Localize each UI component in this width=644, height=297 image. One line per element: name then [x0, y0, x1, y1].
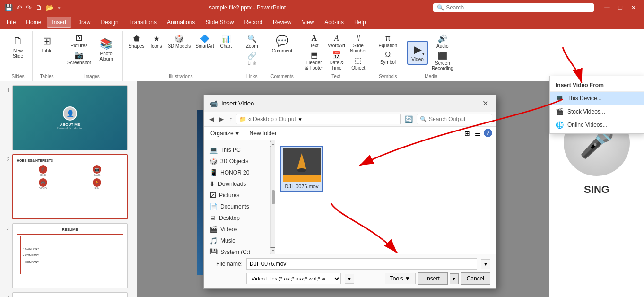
slide-4-preview[interactable]: EDUCATION • School information here [12, 292, 128, 297]
menu-animations[interactable]: Animations [162, 17, 200, 27]
new-quick-btn[interactable]: 🗋 [35, 3, 43, 12]
symbol-btn[interactable]: Ω Symbol [377, 50, 399, 66]
view-list-btn[interactable]: ☰ [473, 129, 483, 138]
menu-transitions[interactable]: Transitions [124, 17, 161, 27]
3dmodels-label: 3D Models [168, 44, 191, 49]
link-btn[interactable]: 🔗 Link [243, 50, 261, 67]
addr-back-btn[interactable]: ◀ [208, 115, 216, 123]
equation-btn[interactable]: π Equation [377, 33, 399, 49]
search-bar[interactable]: 🔍 [433, 3, 594, 12]
slide-3-preview[interactable]: RESUME • COMPANY • COMPANY • COMPANY [12, 223, 128, 288]
file-dji-0076[interactable]: DJI_0076.mov [280, 146, 323, 192]
filetype-dropdown[interactable]: Video Files (*.asf;*.asx;*.wpl;*.w [246, 273, 341, 284]
3dmodels-icon: 🎲 [174, 34, 184, 43]
sidebar-music[interactable]: 🎵 Music [204, 235, 270, 246]
addr-refresh-btn[interactable]: 🔄 [403, 114, 415, 124]
menu-review[interactable]: Review [268, 17, 296, 27]
pictures-btn[interactable]: 🖼 Pictures [65, 33, 93, 49]
slide-number-btn[interactable]: # SlideNumber [348, 33, 369, 54]
comment-btn[interactable]: 💬 Comment [269, 33, 295, 55]
chart-btn[interactable]: 📊 Chart [217, 33, 235, 50]
addr-path-dropdown-btn[interactable]: ▼ [298, 117, 303, 122]
menu-help[interactable]: Help [349, 17, 371, 27]
menu-insert[interactable]: Insert [47, 17, 71, 28]
menu-design[interactable]: Design [96, 17, 123, 27]
slide-4-thumb[interactable]: 4 EDUCATION • School information here [2, 292, 135, 297]
icons-btn[interactable]: ★ Icons [148, 33, 165, 50]
menu-addins[interactable]: Add-ins [320, 17, 348, 27]
slide-2-thumb[interactable]: 2 HOBBIES&INTERESTS 🎵 SING 📷 GAME [2, 154, 135, 219]
audio-btn[interactable]: 🔊 Audio [430, 33, 455, 50]
sidebar-this-pc[interactable]: 💻 This PC [204, 144, 270, 156]
filetype-dropdown-btn[interactable]: ▼ [345, 274, 354, 284]
close-btn[interactable]: ✕ [627, 2, 640, 13]
menu-slideshow[interactable]: Slide Show [200, 17, 238, 27]
addr-path-display: 📁 « Desktop › Output ▼ [236, 114, 401, 124]
sidebar-downloads[interactable]: ⬇ Downloads [204, 178, 270, 190]
addr-up-btn[interactable]: ↑ [227, 115, 234, 123]
tools-label: Tools [390, 275, 403, 282]
minimize-btn[interactable]: ─ [600, 2, 613, 13]
date-time-btn[interactable]: 📅 Date &Time [326, 50, 348, 71]
date-time-label: Date &Time [329, 60, 344, 70]
dialog-close-btn[interactable]: ✕ [480, 99, 490, 108]
table-btn[interactable]: ⊞ Table [36, 33, 57, 55]
view-grid-btn[interactable]: ⊞ [462, 129, 472, 138]
dialog-search-box[interactable]: 🔍 [417, 114, 492, 124]
object-btn[interactable]: ⬚ Object [348, 55, 369, 71]
ribbon-group-illustrations: ⬟ Shapes ★ Icons 🎲 3D Models 🔷 SmartArt … [123, 31, 239, 81]
sidebar-system-c[interactable]: 💾 System (C:) [204, 246, 270, 254]
maximize-btn[interactable]: □ [615, 2, 626, 13]
screen-recording-btn[interactable]: ⬛ ScreenRecording [430, 50, 455, 72]
menu-file[interactable]: File [2, 17, 20, 27]
header-footer-btn[interactable]: ⬒ Header& Footer [303, 50, 325, 71]
dropdown-online-videos[interactable]: 🌐 Online Videos... [550, 118, 644, 131]
insert-btn[interactable]: Insert [418, 272, 448, 285]
open-quick-btn[interactable]: 📂 [45, 3, 55, 12]
sidebar-3d-objects[interactable]: 🎲 3D Objects [204, 156, 270, 167]
redo-quick-btn[interactable]: ↷ [25, 3, 33, 12]
wordart-btn[interactable]: A WordArt [326, 33, 348, 49]
slide-1-preview[interactable]: 👤 ABOUT ME Personal Introduction [12, 85, 128, 150]
zoom-btn[interactable]: 🔍 Zoom [243, 33, 261, 50]
new-slide-btn[interactable]: 🗋 NewSlide [8, 33, 28, 61]
menu-home[interactable]: Home [21, 17, 46, 27]
sidebar-videos[interactable]: 🎬 Videos [204, 224, 270, 235]
slide1-avatar: 👤 [63, 106, 77, 121]
slide-2-preview[interactable]: HOBBIES&INTERESTS 🎵 SING 📷 GAME 🎮 VID [12, 154, 128, 219]
organize-btn[interactable]: Organize ▼ [208, 129, 243, 138]
dropdown-this-device[interactable]: 💻 This Device... [550, 92, 644, 105]
shapes-btn[interactable]: ⬟ Shapes [127, 33, 147, 50]
filename-dropdown-btn[interactable]: ▼ [481, 259, 490, 269]
menu-record[interactable]: Record [239, 17, 267, 27]
screenshot-btn[interactable]: 📷 Screenshot [65, 50, 93, 66]
filename-input[interactable] [246, 258, 477, 270]
menu-draw[interactable]: Draw [72, 17, 95, 27]
addr-forward-btn[interactable]: ▶ [218, 115, 226, 123]
date-time-icon: 📅 [332, 51, 341, 60]
3dmodels-btn[interactable]: 🎲 3D Models [166, 33, 193, 50]
menu-view[interactable]: View [297, 17, 319, 27]
sidebar-documents[interactable]: 📄 Documents [204, 201, 270, 212]
slide-1-thumb[interactable]: 1 👤 ABOUT ME Personal Introduction [2, 85, 135, 150]
symbols-group-label: Symbols [379, 72, 397, 79]
dialog-search-input[interactable] [429, 116, 489, 122]
sidebar-honor20[interactable]: 📱 HONOR 20 [204, 167, 270, 178]
undo-quick-btn[interactable]: ↶ [16, 3, 23, 12]
textbox-btn[interactable]: A Text [303, 33, 325, 49]
save-quick-btn[interactable]: 💾 [4, 3, 14, 12]
smartart-btn[interactable]: 🔷 SmartArt [193, 33, 216, 50]
sidebar-pictures[interactable]: 🖼 Pictures [204, 190, 270, 201]
dropdown-stock-videos[interactable]: 🎬 Stock Videos... [550, 105, 644, 118]
cancel-btn[interactable]: Cancel [461, 272, 490, 285]
insert-dropdown-btn[interactable]: ▼ [450, 273, 459, 284]
insert-video-dropdown: Insert Video From 💻 This Device... 🎬 Sto… [549, 76, 644, 134]
help-btn[interactable]: ? [484, 129, 492, 137]
new-folder-btn[interactable]: New folder [247, 129, 279, 138]
tools-btn[interactable]: Tools ▼ [385, 273, 416, 284]
photo-album-btn[interactable]: 📚 PhotoAlbum [94, 36, 119, 63]
video-btn[interactable]: ▶ Video ▼ [407, 41, 428, 65]
sidebar-desktop[interactable]: 🖥 Desktop [204, 212, 270, 224]
search-input[interactable] [446, 4, 590, 11]
slide-3-thumb[interactable]: 3 RESUME • COMPANY • COMPANY • COMPANY [2, 223, 135, 288]
